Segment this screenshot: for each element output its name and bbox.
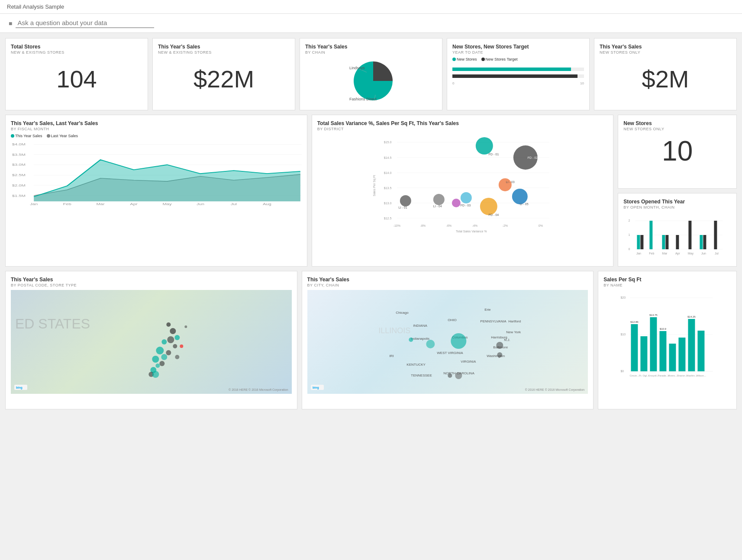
- qa-input[interactable]: [16, 18, 154, 28]
- map-city-title: This Year's Sales: [307, 277, 588, 283]
- svg-text:TENNESSEE: TENNESSEE: [411, 373, 432, 377]
- svg-text:1: 1: [629, 233, 630, 236]
- svg-text:Wilson...: Wilson...: [696, 374, 706, 377]
- svg-rect-78: [714, 221, 717, 249]
- card-stores-opened[interactable]: Stores Opened This Year BY OPEN MONTH, C…: [618, 193, 737, 267]
- card-new-stores-target[interactable]: New Stores, New Stores Target YEAR TO DA…: [447, 38, 590, 110]
- svg-text:Ft. Ogl...: Ft. Ogl...: [639, 374, 649, 377]
- svg-text:FD - 02: FD - 02: [527, 156, 537, 159]
- svg-point-128: [497, 352, 502, 357]
- total-stores-value: 104: [11, 57, 142, 100]
- svg-text:$10.9: $10.9: [660, 328, 667, 330]
- svg-text:Jul: Jul: [715, 252, 719, 255]
- svg-text:Mar: Mar: [662, 252, 668, 255]
- card-sales-variance[interactable]: Total Sales Variance %, Sales Per Sq Ft,…: [312, 115, 614, 267]
- svg-text:0%: 0%: [538, 224, 542, 227]
- map-postal-subtitle: BY POSTAL CODE, STORE TYPE: [11, 283, 292, 287]
- svg-text:May: May: [688, 252, 694, 255]
- svg-point-100: [152, 371, 159, 378]
- svg-text:$3.5M: $3.5M: [12, 153, 26, 157]
- svg-text:-10%: -10%: [393, 224, 400, 227]
- map-postal-title: This Year's Sales: [11, 277, 292, 283]
- svg-point-125: [451, 333, 466, 349]
- map-city-subtitle: BY CITY, CHAIN: [307, 283, 588, 287]
- svg-text:$14.75: $14.75: [649, 314, 658, 316]
- card-map-city[interactable]: This Year's Sales BY CITY, CHAIN Chicago…: [302, 271, 594, 409]
- svg-point-61: [512, 189, 527, 204]
- svg-text:OHIO: OHIO: [448, 318, 456, 322]
- svg-text:ILLINOIS: ILLINOIS: [378, 326, 410, 335]
- fiscal-line-chart: $4.0M $3.5M $3.0M $2.5M $2.0M $1.5M: [11, 140, 302, 209]
- card-sales-fiscal[interactable]: This Year's Sales, Last Year's Sales BY …: [5, 115, 307, 267]
- svg-text:$12.86: $12.86: [630, 321, 639, 323]
- svg-point-87: [170, 328, 176, 334]
- total-stores-title: Total Stores: [11, 44, 142, 50]
- sales-fiscal-legend: This Year Sales Last Year Sales: [11, 134, 302, 138]
- svg-point-86: [166, 322, 171, 327]
- svg-text:Harrisburg: Harrisburg: [491, 335, 507, 339]
- axis-end: 10: [580, 81, 584, 85]
- card-map-postal[interactable]: This Year's Sales BY POSTAL CODE, STORE …: [5, 271, 297, 409]
- sales-chain-subtitle: BY CHAIN: [305, 50, 437, 55]
- svg-text:Cincin...: Cincin...: [630, 374, 639, 377]
- app-header: Retail Analysis Sample: [0, 0, 742, 14]
- svg-text:-8%: -8%: [420, 224, 425, 227]
- svg-point-93: [166, 350, 171, 355]
- svg-point-54: [460, 192, 471, 203]
- svg-text:Jun: Jun: [197, 203, 204, 206]
- svg-text:0: 0: [629, 248, 630, 251]
- new-stores-target-title: New Stores, New Stores Target: [452, 44, 584, 50]
- svg-point-131: [448, 373, 452, 378]
- sales-existing-value: $22M: [158, 57, 290, 100]
- right-col: New Stores NEW STORES ONLY 10 Stores Ope…: [618, 115, 737, 267]
- card-sales-new-only[interactable]: This Year's Sales NEW STORES ONLY $2M: [594, 38, 737, 110]
- sales-fiscal-subtitle: BY FISCAL MONTH: [11, 127, 302, 131]
- card-sales-existing[interactable]: This Year's Sales NEW & EXISTING STORES …: [152, 38, 295, 110]
- svg-rect-141: [631, 324, 638, 371]
- svg-text:Fashions Direct: Fashions Direct: [349, 97, 377, 101]
- map-postal-dots: [11, 290, 292, 394]
- svg-text:Jul: Jul: [231, 203, 237, 206]
- svg-text:New York: New York: [506, 330, 521, 334]
- svg-text:Feb: Feb: [63, 203, 71, 206]
- svg-text:-6%: -6%: [446, 224, 451, 227]
- legend-target-label: New Stores Target: [486, 57, 518, 61]
- svg-text:2: 2: [629, 219, 630, 222]
- svg-text:Sales Per Sq Ft: Sales Per Sq Ft: [372, 175, 376, 196]
- sales-chain-title: This Year's Sales: [305, 44, 437, 50]
- legend-last-year: Last Year Sales: [51, 134, 78, 138]
- legend-this-year: This Year Sales: [15, 134, 42, 138]
- svg-text:Lindseys: Lindseys: [349, 66, 365, 70]
- sales-variance-title: Total Sales Variance %, Sales Per Sq Ft,…: [317, 120, 608, 126]
- target-stores-bar-bg: [452, 74, 584, 78]
- svg-text:LI - 04: LI - 04: [433, 205, 442, 208]
- svg-text:$20: $20: [621, 296, 626, 299]
- legend-new-label: New Stores: [457, 57, 477, 61]
- svg-point-101: [175, 355, 179, 359]
- svg-rect-148: [669, 344, 676, 371]
- axis-start: 0: [452, 81, 454, 85]
- card-new-stores[interactable]: New Stores NEW STORES ONLY 10: [618, 115, 737, 189]
- card-total-stores[interactable]: Total Stores NEW & EXISTING STORES 104: [5, 38, 148, 110]
- svg-point-88: [174, 335, 180, 340]
- stores-opened-chart: 2 1 0: [623, 212, 731, 267]
- svg-text:bing: bing: [16, 386, 23, 389]
- svg-rect-70: [641, 235, 644, 249]
- card-sales-chain[interactable]: This Year's Sales BY CHAIN Lindseys Fash…: [300, 38, 442, 110]
- svg-text:$13.5: $13.5: [384, 187, 391, 190]
- bing-logo: bing: [14, 385, 27, 391]
- svg-rect-150: [688, 319, 695, 371]
- sales-sqft-subtitle: BY NAME: [603, 283, 731, 287]
- svg-text:Feb: Feb: [649, 252, 655, 255]
- svg-text:INDIANA: INDIANA: [413, 324, 427, 328]
- svg-text:Erie: Erie: [484, 308, 491, 312]
- card-sales-sqft[interactable]: Sales Per Sq Ft BY NAME $20 $10 $0 $12.8…: [598, 271, 737, 409]
- svg-rect-71: [650, 221, 653, 249]
- target-bars: 0 10: [452, 63, 584, 85]
- row-3: This Year's Sales BY POSTAL CODE, STORE …: [5, 271, 737, 409]
- svg-point-92: [156, 347, 164, 354]
- legend-last-year-dot: [47, 134, 50, 138]
- map-city-copyright: © 2016 HERE © 2016 Microsoft Corporation: [525, 388, 585, 391]
- svg-rect-77: [703, 235, 707, 249]
- svg-rect-143: [641, 336, 648, 371]
